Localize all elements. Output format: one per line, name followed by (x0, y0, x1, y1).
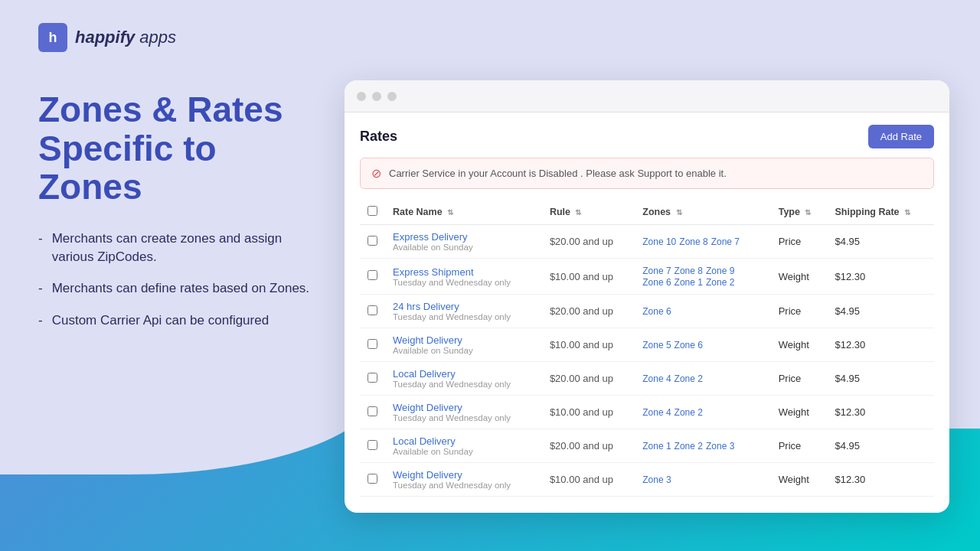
logo: h happify apps (38, 23, 314, 52)
zone-tag[interactable]: Zone 10 (642, 236, 676, 247)
rate-name-cell: Weight DeliveryTuesday and Wednesday onl… (385, 396, 542, 429)
browser-dot-1 (357, 92, 366, 101)
zone-tag[interactable]: Zone 6 (675, 340, 703, 350)
heading-line2: Specific to (38, 129, 314, 168)
list-item: - Merchants can define rates based on Zo… (38, 279, 314, 298)
rate-name-cell: Express DeliveryAvailable on Sunday (385, 225, 542, 259)
zone-tag[interactable]: Zone 2 (675, 373, 703, 384)
row-checkbox[interactable] (368, 339, 377, 349)
header-rule: Rule ⇅ (542, 200, 635, 225)
feature-list: - Merchants can create zones and assign … (38, 230, 314, 330)
alert-banner: ⊘ Carrier Service in your Account is Dis… (360, 158, 934, 189)
shipping-rate-cell: $12.30 (828, 396, 934, 429)
rate-name-primary[interactable]: Express Delivery (393, 231, 534, 243)
zones-cell: Zone 10Zone 8Zone 7 (635, 225, 770, 259)
shipping-rate-cell: $12.30 (828, 259, 934, 295)
rate-name-primary[interactable]: Local Delivery (393, 435, 534, 447)
row-checkbox[interactable] (368, 236, 377, 246)
zone-tag[interactable]: Zone 7 (642, 266, 671, 276)
rate-subtitle: Available on Sunday (393, 243, 534, 252)
add-rate-button[interactable]: Add Rate (868, 125, 934, 148)
rule-cell: $10.00 and up (542, 328, 635, 362)
zone-tag[interactable]: Zone 8 (679, 236, 707, 247)
list-item: - Merchants can create zones and assign … (38, 230, 314, 266)
zone-tag[interactable]: Zone 1 (675, 277, 703, 288)
rate-subtitle: Tuesday and Wednesday only (393, 278, 534, 287)
alert-icon: ⊘ (371, 166, 381, 181)
type-cell: Price (771, 225, 828, 259)
zone-tag[interactable]: Zone 4 (642, 407, 671, 418)
rate-name-primary[interactable]: Local Delivery (393, 368, 534, 380)
dash-icon: - (38, 279, 43, 298)
zone-tag[interactable]: Zone 6 (642, 306, 671, 317)
rule-cell: $20.00 and up (542, 362, 635, 396)
shipping-rate-cell: $4.95 (828, 429, 934, 463)
logo-icon: h (38, 23, 67, 52)
list-item: - Custom Carrier Api can be configured (38, 311, 314, 330)
type-cell: Price (771, 362, 828, 396)
rate-name-primary[interactable]: Express Shipment (393, 266, 534, 278)
dash-icon: - (38, 311, 43, 330)
header-shipping-rate: Shipping Rate ⇅ (828, 200, 934, 225)
row-checkbox[interactable] (368, 406, 377, 416)
rate-name-cell: Local DeliveryTuesday and Wednesday only (385, 362, 542, 396)
zone-tag[interactable]: Zone 4 (642, 373, 671, 384)
zone-tag[interactable]: Zone 9 (706, 266, 734, 276)
rates-table: Rate Name ⇅ Rule ⇅ Zones ⇅ Type ⇅ Shippi… (360, 200, 934, 497)
rate-name-cell: Express ShipmentTuesday and Wednesday on… (385, 259, 542, 295)
zone-tag[interactable]: Zone 6 (642, 277, 671, 288)
rate-name-cell: Weight DeliveryAvailable on Sunday (385, 328, 542, 362)
rate-name-primary[interactable]: Weight Delivery (393, 469, 534, 481)
logo-text: happify apps (75, 28, 176, 47)
select-all-checkbox[interactable] (368, 206, 377, 216)
alert-text: Carrier Service in your Account is Disab… (389, 168, 727, 179)
table-header: Rate Name ⇅ Rule ⇅ Zones ⇅ Type ⇅ Shippi… (360, 200, 934, 225)
row-checkbox[interactable] (368, 305, 377, 315)
zone-tag[interactable]: Zone 7 (711, 236, 740, 247)
browser-dot-2 (372, 92, 381, 101)
rate-name-primary[interactable]: Weight Delivery (393, 402, 534, 413)
type-cell: Weight (771, 396, 828, 429)
rule-cell: $10.00 and up (542, 259, 635, 295)
bullet-text-1: Merchants can create zones and assign va… (52, 230, 314, 266)
row-checkbox[interactable] (368, 270, 377, 280)
zone-tag[interactable]: Zone 3 (706, 441, 734, 452)
table-body: Express DeliveryAvailable on Sunday$20.0… (360, 225, 934, 497)
row-checkbox[interactable] (368, 440, 377, 450)
type-cell: Price (771, 429, 828, 463)
rule-cell: $10.00 and up (542, 396, 635, 429)
row-checkbox[interactable] (368, 373, 377, 383)
rule-cell: $20.00 and up (542, 295, 635, 328)
rate-name-primary[interactable]: Weight Delivery (393, 334, 534, 346)
shipping-rate-cell: $12.30 (828, 328, 934, 362)
row-checkbox[interactable] (368, 474, 377, 484)
type-cell: Price (771, 295, 828, 328)
zone-tag[interactable]: Zone 8 (675, 266, 703, 276)
zones-cell: Zone 5Zone 6 (635, 328, 770, 362)
rates-content: Rates Add Rate ⊘ Carrier Service in your… (345, 112, 949, 513)
heading-line3: Zones (38, 168, 314, 207)
zone-tag[interactable]: Zone 2 (675, 441, 703, 452)
zones-cell: Zone 6 (635, 295, 770, 328)
zone-tag[interactable]: Zone 5 (642, 340, 671, 350)
zone-tag[interactable]: Zone 2 (675, 407, 703, 418)
heading-line1: Zones & Rates (38, 90, 314, 129)
rate-subtitle: Tuesday and Wednesday only (393, 481, 534, 490)
rates-title: Rates (360, 129, 397, 145)
rule-cell: $20.00 and up (542, 429, 635, 463)
rate-name-cell: Local DeliveryAvailable on Sunday (385, 429, 542, 463)
type-cell: Weight (771, 463, 828, 497)
zone-tag[interactable]: Zone 1 (642, 441, 671, 452)
bullet-text-2: Merchants can define rates based on Zone… (52, 279, 309, 298)
rate-subtitle: Available on Sunday (393, 346, 534, 355)
zone-tag[interactable]: Zone 3 (642, 474, 671, 485)
dash-icon: - (38, 230, 43, 266)
rate-name-primary[interactable]: 24 hrs Delivery (393, 301, 534, 312)
table-row: Express DeliveryAvailable on Sunday$20.0… (360, 225, 934, 259)
table-row: Local DeliveryAvailable on Sunday$20.00 … (360, 429, 934, 463)
zones-cell: Zone 4Zone 2 (635, 396, 770, 429)
zone-tag[interactable]: Zone 2 (706, 277, 734, 288)
zones-cell: Zone 1Zone 2Zone 3 (635, 429, 770, 463)
shipping-rate-cell: $12.30 (828, 463, 934, 497)
logo-brand: happify (75, 28, 135, 47)
